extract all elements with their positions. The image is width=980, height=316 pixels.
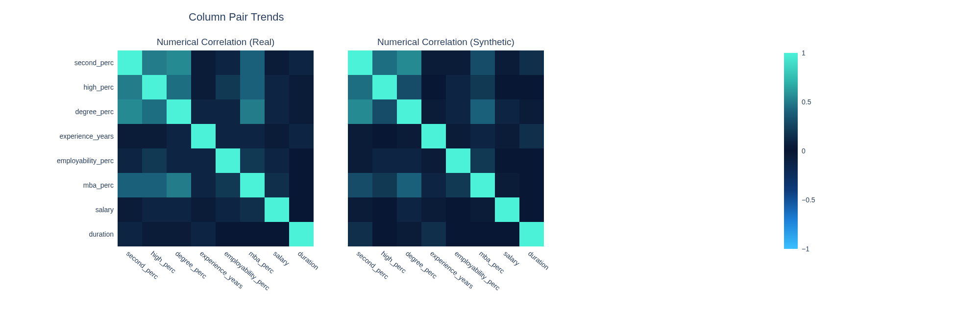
heatmap-cell bbox=[495, 99, 519, 124]
heatmap-cell bbox=[289, 222, 314, 246]
heatmap-cell bbox=[495, 222, 519, 246]
heatmap-cell bbox=[446, 50, 470, 75]
heatmap-cell bbox=[397, 222, 421, 246]
heatmap-cell bbox=[519, 148, 544, 173]
heatmap-cell bbox=[495, 148, 519, 173]
heatmap-cell bbox=[348, 75, 372, 99]
heatmap-cell bbox=[372, 50, 397, 75]
heatmap-cell bbox=[397, 148, 421, 173]
heatmap-cell bbox=[421, 124, 446, 148]
heatmap-cell bbox=[372, 75, 397, 99]
heatmap-cell bbox=[142, 173, 167, 197]
subplot-real-title: Numerical Correlation (Real) bbox=[118, 37, 314, 48]
x-tick: employability_perc bbox=[216, 249, 240, 284]
heatmap-cell bbox=[265, 173, 289, 197]
x-tick: mba_perc bbox=[470, 249, 495, 284]
y-tick: employability_perc bbox=[57, 148, 114, 173]
y-tick: second_perc bbox=[57, 50, 114, 75]
heatmap-cell bbox=[167, 173, 191, 197]
heatmap-cell bbox=[142, 197, 167, 222]
heatmap-synthetic-area: second_perchigh_percdegree_percexperienc… bbox=[348, 50, 544, 246]
heatmap-cell bbox=[397, 173, 421, 197]
heatmap-cell bbox=[142, 148, 167, 173]
heatmap-cell bbox=[289, 173, 314, 197]
heatmap-cell bbox=[216, 222, 240, 246]
x-axis-ticks-synthetic: second_perchigh_percdegree_percexperienc… bbox=[348, 249, 544, 284]
heatmap-cell bbox=[372, 99, 397, 124]
heatmap-cell bbox=[470, 222, 495, 246]
heatmap-cell bbox=[216, 50, 240, 75]
heatmap-cell bbox=[421, 75, 446, 99]
x-tick: degree_perc bbox=[167, 249, 191, 284]
heatmap-cell bbox=[495, 197, 519, 222]
heatmap-cell bbox=[142, 222, 167, 246]
heatmap-cell bbox=[240, 75, 265, 99]
heatmap-cell bbox=[289, 148, 314, 173]
heatmap-cell bbox=[470, 197, 495, 222]
heatmap-cell bbox=[240, 173, 265, 197]
x-tick: employability_perc bbox=[446, 249, 470, 284]
heatmap-cell bbox=[142, 75, 167, 99]
y-tick: mba_perc bbox=[57, 173, 114, 197]
heatmap-cell bbox=[495, 173, 519, 197]
y-tick: high_perc bbox=[57, 75, 114, 99]
heatmap-cell bbox=[397, 75, 421, 99]
colorbar-gradient bbox=[784, 53, 798, 249]
heatmap-cell bbox=[167, 197, 191, 222]
x-tick: experience_years bbox=[421, 249, 446, 284]
heatmap-cell bbox=[216, 124, 240, 148]
heatmap-cell bbox=[240, 197, 265, 222]
heatmap-cell bbox=[519, 99, 544, 124]
heatmap-cell bbox=[289, 50, 314, 75]
heatmap-cell bbox=[167, 99, 191, 124]
heatmap-cell bbox=[348, 222, 372, 246]
heatmap-cell bbox=[446, 173, 470, 197]
y-tick: duration bbox=[57, 222, 114, 246]
heatmap-cell bbox=[495, 50, 519, 75]
heatmap-cell bbox=[495, 75, 519, 99]
y-tick: salary bbox=[57, 197, 114, 222]
heatmap-cell bbox=[118, 148, 142, 173]
heatmap-cell bbox=[265, 99, 289, 124]
heatmap-cell bbox=[289, 75, 314, 99]
heatmap-cell bbox=[348, 50, 372, 75]
heatmap-cell bbox=[470, 99, 495, 124]
heatmap-cell bbox=[421, 197, 446, 222]
heatmap-cell bbox=[446, 222, 470, 246]
heatmap-cell bbox=[289, 99, 314, 124]
heatmap-cell bbox=[240, 99, 265, 124]
x-tick: experience_years bbox=[191, 249, 216, 284]
heatmap-cell bbox=[216, 75, 240, 99]
y-axis-ticks-real: second_perchigh_percdegree_percexperienc… bbox=[57, 50, 114, 246]
heatmap-cell bbox=[519, 197, 544, 222]
heatmap-cell bbox=[118, 75, 142, 99]
heatmap-real-area: second_perchigh_percdegree_percexperienc… bbox=[118, 50, 314, 246]
colorbar-tick: −0.5 bbox=[802, 196, 815, 204]
colorbar-tick: −1 bbox=[802, 245, 809, 253]
heatmap-cell bbox=[289, 197, 314, 222]
x-tick: degree_perc bbox=[397, 249, 421, 284]
heatmap-cell bbox=[216, 173, 240, 197]
heatmap-cell bbox=[118, 173, 142, 197]
heatmap-cell bbox=[470, 50, 495, 75]
heatmap-cell bbox=[446, 75, 470, 99]
x-tick: second_perc bbox=[348, 249, 372, 284]
heatmap-cell bbox=[446, 124, 470, 148]
heatmap-cell bbox=[191, 99, 216, 124]
heatmap-cell bbox=[446, 148, 470, 173]
heatmap-cell bbox=[470, 148, 495, 173]
colorbar: 10.50−0.5−1 bbox=[784, 53, 843, 249]
heatmap-cell bbox=[142, 50, 167, 75]
heatmap-cell bbox=[421, 222, 446, 246]
heatmap-cell bbox=[265, 197, 289, 222]
x-tick: mba_perc bbox=[240, 249, 265, 284]
heatmap-cell bbox=[191, 148, 216, 173]
heatmap-cell bbox=[191, 173, 216, 197]
heatmap-cell bbox=[421, 99, 446, 124]
heatmap-cell bbox=[495, 124, 519, 148]
heatmap-cell bbox=[118, 124, 142, 148]
heatmap-cell bbox=[118, 99, 142, 124]
heatmap-cell bbox=[118, 197, 142, 222]
heatmap-cell bbox=[470, 75, 495, 99]
heatmap-cell bbox=[167, 124, 191, 148]
